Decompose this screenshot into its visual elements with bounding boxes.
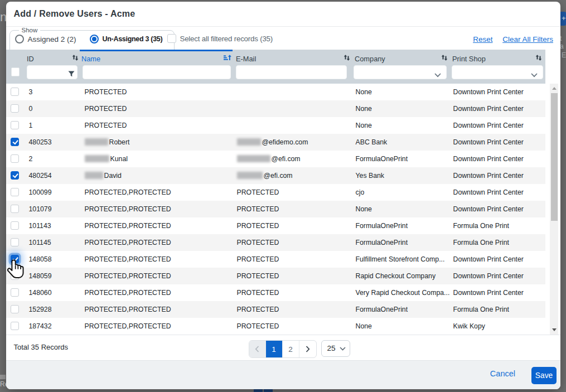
filter-input-email[interactable] (236, 65, 347, 79)
filter-input-name[interactable] (83, 65, 231, 79)
filter-input-id[interactable] (27, 65, 78, 79)
cell-company: ABC Bank (356, 138, 388, 146)
clear-all-filters-link[interactable]: Clear All Filters (502, 35, 553, 43)
cell-name: PROTECTED,PROTECTED (85, 255, 171, 263)
cell-shop: Downtown Print Center (453, 272, 524, 280)
show-legend: Show (19, 27, 41, 33)
row-checkbox-148059[interactable] (11, 272, 19, 280)
row-checkbox-480253[interactable] (11, 138, 19, 146)
radio-assigned-label: Assigned 2 (2) (28, 35, 76, 43)
background-text-fragment: t a (560, 35, 566, 50)
redacted-text (85, 138, 108, 146)
cell-name: PROTECTED,PROTECTED (85, 222, 171, 230)
table-body: 3PROTECTEDNoneDowntown Print Center0PROT… (6, 84, 546, 335)
cell-name: Kunal (85, 155, 128, 163)
row-checkbox-480254[interactable] (11, 171, 19, 180)
row-checkbox-101079[interactable] (11, 205, 19, 213)
select-all-label: Select all filtered records (35) (180, 35, 273, 43)
cell-shop: Downtown Print Center (453, 105, 524, 113)
sort-icon[interactable] (535, 54, 543, 61)
radio-assigned[interactable]: Assigned 2 (2) (15, 35, 76, 43)
cell-shop: Downtown Print Center (453, 155, 524, 163)
background-band-fragment (0, 375, 6, 379)
scrollbar-down-arrow-icon[interactable] (552, 328, 557, 331)
cell-email: PROTECTED (237, 306, 279, 313)
cell-name: PROTECTED,PROTECTED (85, 205, 171, 213)
background-button-fragment (254, 389, 263, 392)
row-checkbox-101145[interactable] (11, 238, 19, 246)
cell-shop: Downtown Print Center (453, 138, 524, 146)
row-checkbox-148060[interactable] (11, 288, 19, 297)
cell-company: None (356, 105, 372, 113)
user-row-2: 2Kunal@efi.comFormulaOnePrintDowntown Pr… (6, 151, 546, 167)
radio-assigned-circle[interactable] (15, 35, 24, 43)
select-all-checkbox[interactable] (167, 34, 176, 43)
header-links: Reset Clear All Filters (465, 35, 553, 43)
sort-icon[interactable] (343, 54, 351, 61)
row-checkbox-0[interactable] (11, 104, 19, 113)
page-size-select[interactable]: 25 (321, 340, 350, 357)
filter-input-company[interactable] (354, 65, 447, 79)
cell-id: 152928 (29, 306, 52, 313)
radio-unassigned-label: Un-Assigned 3 (35) (103, 35, 163, 43)
filter-input-shop[interactable] (452, 65, 543, 79)
column-header-name[interactable]: Name (81, 55, 100, 63)
page-2-button[interactable]: 2 (283, 341, 299, 357)
row-checkbox-187432[interactable] (11, 322, 19, 330)
sort-icon[interactable] (441, 54, 448, 61)
row-checkbox-100099[interactable] (11, 188, 19, 196)
cell-company: None (356, 122, 372, 129)
sort-ascending-icon[interactable] (224, 54, 231, 61)
column-header-email[interactable]: E-Mail (236, 55, 256, 63)
cell-name: Robert (85, 138, 130, 146)
user-row-148059: 148059PROTECTED,PROTECTEDPROTECTEDRapid … (6, 268, 546, 284)
column-header-shop[interactable]: Print Shop (452, 55, 486, 63)
user-row-101143: 101143PROTECTED,PROTECTEDPROTECTEDFormul… (6, 217, 546, 234)
page-1-button[interactable]: 1 (266, 341, 283, 357)
reset-link[interactable]: Reset (473, 35, 492, 43)
sorted-column-indicator (80, 50, 233, 52)
radio-unassigned[interactable]: Un-Assigned 3 (35) (90, 35, 163, 43)
user-row-0: 0PROTECTEDNoneDowntown Print Center (6, 100, 546, 117)
row-checkbox-101143[interactable] (11, 221, 19, 230)
scrollbar-thumb[interactable] (551, 93, 558, 221)
cell-email: PROTECTED (237, 222, 279, 230)
user-row-101079: 101079PROTECTED,PROTECTEDPROTECTEDNoneDo… (6, 201, 546, 217)
column-header-id[interactable]: ID (27, 55, 34, 63)
cell-shop: Downtown Print Center (453, 289, 524, 297)
cell-id: 148060 (29, 289, 52, 297)
cell-name: PROTECTED,PROTECTED (85, 289, 171, 297)
row-checkbox-3[interactable] (11, 88, 19, 96)
scrollbar-up-arrow-icon[interactable] (552, 87, 557, 90)
redacted-text (237, 155, 270, 162)
column-header-company[interactable]: Company (355, 55, 385, 63)
select-all-filtered[interactable]: Select all filtered records (35) (167, 34, 273, 43)
cell-id: 480253 (29, 138, 52, 146)
cell-company: Rapid Checkout Company (356, 272, 436, 280)
background-button-fragment (264, 389, 273, 392)
table-header: IDNameE-MailCompanyPrint Shop (6, 50, 546, 84)
row-checkbox-2[interactable] (11, 154, 19, 163)
redacted-text (85, 172, 103, 179)
cell-name: PROTECTED,PROTECTED (85, 239, 171, 246)
cell-name: PROTECTED,PROTECTED (85, 322, 171, 330)
cell-email: PROTECTED (237, 289, 279, 297)
cell-name: David (85, 172, 122, 180)
next-page-button[interactable] (299, 341, 316, 357)
table-scrollbar[interactable] (550, 84, 558, 335)
cell-id: 101145 (29, 239, 51, 246)
row-checkbox-1[interactable] (11, 121, 19, 129)
prev-page-button[interactable] (249, 341, 266, 357)
cell-email: PROTECTED (237, 322, 279, 330)
cancel-button[interactable]: Cancel (490, 369, 515, 378)
row-checkbox-152928[interactable] (11, 305, 19, 313)
save-button[interactable]: Save (531, 367, 557, 384)
cell-company: FormulaOnePrint (356, 306, 408, 313)
radio-unassigned-circle[interactable] (90, 35, 99, 43)
user-row-480254: 480254David@efi.comYes BankDowntown Prin… (6, 167, 546, 184)
sort-icon[interactable] (71, 54, 79, 61)
total-records: Total 35 Records (14, 343, 69, 351)
cell-id: 3 (29, 88, 33, 96)
row-checkbox-148058[interactable] (11, 255, 19, 263)
header-select-all-checkbox[interactable] (11, 67, 20, 76)
